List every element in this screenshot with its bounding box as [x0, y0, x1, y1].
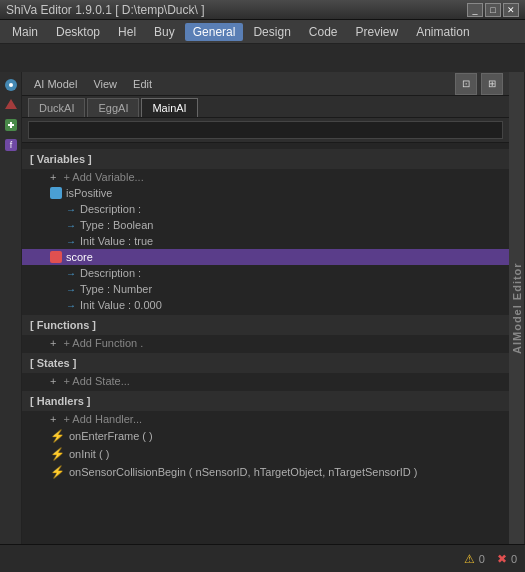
- error-icon: ✖: [497, 552, 507, 566]
- tab-duck-ai[interactable]: DuckAI: [28, 98, 85, 117]
- arrow-icon-1: →: [66, 204, 76, 215]
- secondary-toolbar: AI Model View Edit ⊡ ⊞: [22, 72, 509, 96]
- menu-general[interactable]: General: [185, 23, 244, 41]
- add-variable-label: + Add Variable...: [64, 171, 144, 183]
- handler-on-enter-frame-label: onEnterFrame ( ): [69, 430, 153, 442]
- sec-toolbar-view[interactable]: View: [87, 76, 123, 92]
- handler-on-init-label: onInit ( ): [69, 448, 109, 460]
- title-bar: ShiVa Editor 1.9.0.1 [ D:\temp\Duck\ ] _…: [0, 0, 525, 20]
- menu-code[interactable]: Code: [301, 23, 346, 41]
- panel-toggle-2[interactable]: ⊞: [481, 73, 503, 95]
- is-positive-init-label: Init Value : true: [80, 235, 153, 247]
- add-state-label: + Add State...: [64, 375, 130, 387]
- add-handler-button[interactable]: + + Add Handler...: [22, 411, 509, 427]
- tabs-bar: DuckAI EggAI MainAI: [22, 96, 509, 118]
- handlers-section-header: [ Handlers ]: [22, 391, 509, 411]
- arrow-icon-2: →: [66, 220, 76, 231]
- handler-on-init[interactable]: ⚡ onInit ( ): [22, 445, 509, 463]
- maximize-button[interactable]: □: [485, 3, 501, 17]
- add-function-button[interactable]: + + Add Function .: [22, 335, 509, 351]
- add-state-button[interactable]: + + Add State...: [22, 373, 509, 389]
- warning-icon: ⚠: [464, 552, 475, 566]
- minimize-button[interactable]: _: [467, 3, 483, 17]
- title-text: ShiVa Editor 1.9.0.1 [ D:\temp\Duck\ ]: [6, 3, 205, 17]
- is-positive-type: → Type : Boolean: [22, 217, 509, 233]
- is-positive-init-value: → Init Value : true: [22, 233, 509, 249]
- title-controls: _ □ ✕: [467, 3, 519, 17]
- menu-desktop[interactable]: Desktop: [48, 23, 108, 41]
- sidebar-icon-4[interactable]: f: [2, 136, 20, 154]
- ai-model-editor-label: AIModel Editor: [509, 72, 525, 544]
- svg-point-1: [9, 83, 13, 87]
- num-type-icon: [50, 251, 62, 263]
- add-function-plus-icon: +: [50, 337, 56, 349]
- menu-main[interactable]: Main: [4, 23, 46, 41]
- score-init-label: Init Value : 0.000: [80, 299, 162, 311]
- score-type-label: Type : Number: [80, 283, 152, 295]
- lightning-icon-3: ⚡: [50, 465, 65, 479]
- arrow-icon-5: →: [66, 284, 76, 295]
- main-content: AI Model View Edit ⊡ ⊞ DuckAI EggAI Main…: [22, 72, 509, 544]
- tab-egg-ai[interactable]: EggAI: [87, 98, 139, 117]
- arrow-icon-3: →: [66, 236, 76, 247]
- score-desc-label: Description :: [80, 267, 141, 279]
- is-positive-desc-label: Description :: [80, 203, 141, 215]
- handler-on-enter-frame[interactable]: ⚡ onEnterFrame ( ): [22, 427, 509, 445]
- sec-toolbar-edit[interactable]: Edit: [127, 76, 158, 92]
- add-variable-plus-icon: +: [50, 171, 56, 183]
- is-positive-description: → Description :: [22, 201, 509, 217]
- menu-bar: Main Desktop Hel Buy General Design Code…: [0, 20, 525, 44]
- variable-score-name: score: [66, 251, 93, 263]
- handler-on-sensor-collision-label: onSensorCollisionBegin ( nSensorID, hTar…: [69, 466, 418, 478]
- close-button[interactable]: ✕: [503, 3, 519, 17]
- arrow-icon-6: →: [66, 300, 76, 311]
- variable-is-positive[interactable]: isPositive: [22, 185, 509, 201]
- left-sidebar: f: [0, 72, 22, 544]
- handler-on-sensor-collision[interactable]: ⚡ onSensorCollisionBegin ( nSensorID, hT…: [22, 463, 509, 481]
- warning-status: ⚠ 0: [464, 552, 485, 566]
- menu-animation[interactable]: Animation: [408, 23, 477, 41]
- menu-design[interactable]: Design: [245, 23, 298, 41]
- error-count: 0: [511, 553, 517, 565]
- status-bar: ⚠ 0 ✖ 0: [0, 544, 525, 572]
- variables-section-header: [ Variables ]: [22, 149, 509, 169]
- panel-toggle-1[interactable]: ⊡: [455, 73, 477, 95]
- arrow-icon-4: →: [66, 268, 76, 279]
- sidebar-icon-1[interactable]: [2, 76, 20, 94]
- warning-count: 0: [479, 553, 485, 565]
- menu-preview[interactable]: Preview: [348, 23, 407, 41]
- tree-content: [ Variables ] + + Add Variable... isPosi…: [22, 143, 509, 485]
- add-handler-label: + Add Handler...: [64, 413, 143, 425]
- sidebar-icon-3[interactable]: [2, 116, 20, 134]
- tab-main-ai[interactable]: MainAI: [141, 98, 197, 117]
- functions-section-header: [ Functions ]: [22, 315, 509, 335]
- score-init-value: → Init Value : 0.000: [22, 297, 509, 313]
- add-function-label: + Add Function .: [64, 337, 144, 349]
- error-status: ✖ 0: [497, 552, 517, 566]
- bool-type-icon: [50, 187, 62, 199]
- is-positive-type-label: Type : Boolean: [80, 219, 153, 231]
- lightning-icon-2: ⚡: [50, 447, 65, 461]
- add-variable-button[interactable]: + + Add Variable...: [22, 169, 509, 185]
- lightning-icon-1: ⚡: [50, 429, 65, 443]
- search-input[interactable]: [28, 121, 503, 139]
- sidebar-icon-2[interactable]: [2, 96, 20, 114]
- search-row: [22, 118, 509, 143]
- svg-marker-2: [5, 99, 17, 109]
- score-type: → Type : Number: [22, 281, 509, 297]
- sec-toolbar-ai-model[interactable]: AI Model: [28, 76, 83, 92]
- menu-buy[interactable]: Buy: [146, 23, 183, 41]
- variable-is-positive-name: isPositive: [66, 187, 112, 199]
- states-section-header: [ States ]: [22, 353, 509, 373]
- menu-help[interactable]: Hel: [110, 23, 144, 41]
- add-handler-plus-icon: +: [50, 413, 56, 425]
- score-description: → Description :: [22, 265, 509, 281]
- variable-score[interactable]: score: [22, 249, 509, 265]
- add-state-plus-icon: +: [50, 375, 56, 387]
